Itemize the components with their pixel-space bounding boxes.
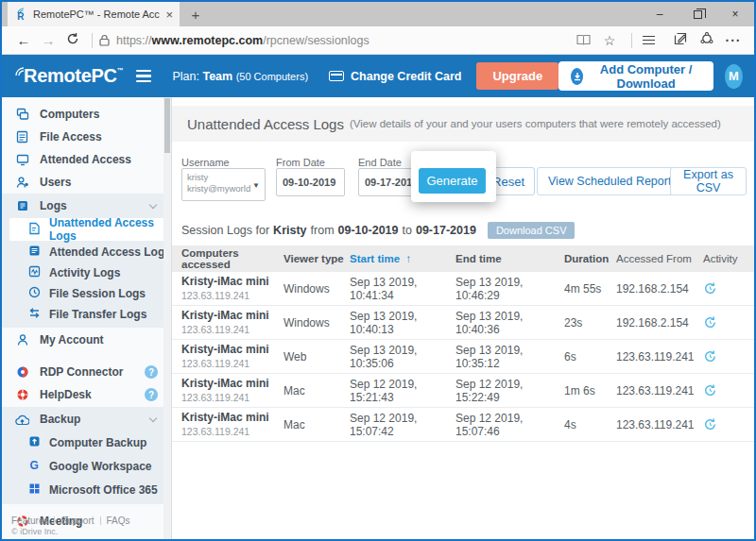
share-icon[interactable] [696,32,718,48]
google-workspace-icon: G [28,459,41,474]
session-activity-icon[interactable] [703,315,747,330]
viewer-type: Mac [284,384,350,397]
sidebar-item-logs[interactable]: Logs [2,194,171,217]
table-row: Kristy-iMac mini123.63.119.241 Mac Sep 1… [172,374,754,408]
download-csv-button[interactable]: Download CSV [488,222,576,239]
help-icon[interactable]: ? [145,388,158,401]
sidebar-item-microsoft-office-365[interactable]: Microsoft Office 365 [2,478,171,501]
file-access-icon [15,130,29,144]
browser-tab[interactable]: R RemotePC™ - Remote Access Lo × [8,2,180,26]
new-tab-button[interactable]: + [180,2,212,26]
restore-button[interactable] [679,2,716,26]
sidebar-item-my-account[interactable]: My Account [2,328,171,352]
computer-name: Kristy-iMac mini [181,276,284,288]
dropdown-caret-icon: ▼ [252,181,260,190]
sidebar-item-backup[interactable]: Backup [2,408,171,431]
file-transfer-logs-icon [28,307,41,322]
end-time: Sep 12 2019, 15:22:49 [455,378,564,404]
col-start-time-sort[interactable]: Start time ↑ [350,253,455,264]
more-actions-icon[interactable]: ··· [722,33,745,48]
hub-icon[interactable] [643,33,665,46]
address-bar[interactable]: https://www.remotepc.com/rpcnew/sessionl… [99,34,572,47]
generate-button[interactable]: Generate [419,168,486,194]
from-date-input[interactable]: 09-10-2019 [276,168,345,196]
end-time: Sep 12 2019, 15:07:46 [455,412,564,438]
accessed-from: 123.63.119.241 [616,418,703,431]
col-activity: Activity [703,253,747,264]
sidebar-item-users[interactable]: Users [2,171,171,194]
sidebar-item-unattended-access-logs[interactable]: Unattended Access Logs [9,218,165,241]
chevron-down-icon[interactable] [149,201,157,209]
session-activity-icon[interactable] [703,349,747,363]
sidebar-item-helpdesk[interactable]: HelpDesk ? [2,383,171,406]
sidebar-item-computers[interactable]: Computers [2,103,171,126]
sidebar-scrollbar[interactable] [163,97,171,539]
username-select[interactable]: kristy kristy@myworld.com ▼ [181,168,266,201]
favorites-star-icon[interactable]: ☆ [598,33,621,48]
lock-icon [99,34,110,46]
help-icon[interactable]: ? [145,365,158,379]
features-link[interactable]: Features [11,516,48,526]
viewer-type: Web [284,350,350,363]
support-link[interactable]: Support [60,516,94,526]
computer-ip: 123.63.119.241 [181,290,284,301]
forward-icon[interactable]: → [36,32,60,48]
rdp-connector-icon [15,365,29,380]
attended-access-logs-icon [28,245,41,260]
svg-text:R: R [17,11,25,22]
faqs-link[interactable]: FAQs [107,516,130,526]
sidebar-item-activity-logs[interactable]: Activity Logs [2,262,171,283]
remotepc-favicon: R [14,8,27,21]
session-activity-icon[interactable] [703,417,747,431]
navbar-divider [92,33,93,48]
sidebar-item-attended-access-logs[interactable]: Attended Access Logs [2,242,171,262]
tab-close-icon[interactable]: × [165,8,173,22]
sidebar-item-file-transfer-logs[interactable]: File Transfer Logs [2,304,171,325]
reading-view-icon[interactable] [572,32,594,48]
filters-section: Username kristy kristy@myworld.com ▼ Fro… [181,142,747,215]
svg-text:G: G [30,459,39,471]
session-activity-icon[interactable] [703,383,747,397]
chevron-down-icon[interactable] [149,414,157,422]
refresh-icon[interactable] [60,32,85,48]
change-credit-card-link[interactable]: Change Credit Card [329,70,461,83]
minimize-button[interactable]: – [641,2,679,26]
viewer-type: Windows [284,282,350,296]
sidebar-item-computer-backup[interactable]: Computer Backup [2,431,171,454]
session-logs-summary: Session Logs for Kristy from 09-10-2019 … [181,215,754,245]
browser-navbar: ← → https://www.remotepc.com/rpcnew/sess… [2,26,754,55]
my-account-icon [15,333,29,347]
view-scheduled-reports-button[interactable]: View Scheduled Reports [537,167,689,195]
sidebar-item-rdp-connector[interactable]: RDP Connector ? [2,361,171,383]
computer-name: Kristy-iMac mini [181,310,284,322]
remotepc-logo: RemotePC™ [13,65,123,87]
sidebar-item-file-session-logs[interactable]: File Session Logs [2,283,171,304]
menu-hamburger-icon[interactable] [136,67,151,85]
sidebar: Computers File Access Attended Access Us… [2,97,172,539]
table-row: Kristy-iMac mini123.63.119.241 Web Sep 1… [172,340,754,374]
add-computer-download-button[interactable]: Add Computer / Download [558,61,713,91]
sidebar-item-file-access[interactable]: File Access [2,126,171,148]
app-header: RemotePC™ Plan: Team (50 Computers) Chan… [2,55,754,97]
col-duration: Duration [564,253,616,264]
sidebar-group-logs: Logs Unattended Access Logs Attended Acc… [2,194,171,328]
page-title: Unattended Access Logs [187,116,344,132]
browser-titlebar: R RemotePC™ - Remote Access Lo × + – × [2,2,754,26]
session-activity-icon[interactable] [703,281,747,296]
export-as-csv-button[interactable]: Export as CSV [670,167,747,195]
sidebar-item-attended-access[interactable]: Attended Access [2,148,171,171]
table-row: Kristy-iMac mini123.63.119.241 Windows S… [172,306,754,340]
page-title-bar: Unattended Access Logs (View details of … [172,106,754,142]
avatar[interactable]: M [725,64,743,89]
computer-backup-icon [28,435,41,450]
sidebar-scrollbar-thumb[interactable] [164,98,170,153]
web-note-icon[interactable] [669,32,692,48]
computer-ip: 123.63.119.241 [181,392,284,403]
unattended-access-logs-icon [28,222,41,238]
sidebar-item-google-workspace[interactable]: G Google Workspace [2,454,171,478]
calendar-icon [339,178,340,188]
close-button[interactable]: × [716,2,754,26]
table-header-row: Computers accessed Viewer type Start tim… [172,245,754,272]
back-icon[interactable]: ← [11,32,36,48]
upgrade-button[interactable]: Upgrade [476,62,558,90]
